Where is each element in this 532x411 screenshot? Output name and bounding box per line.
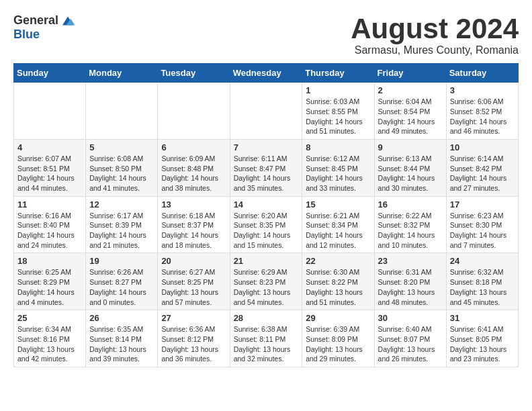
day-info: Sunrise: 6:08 AM Sunset: 8:50 PM Dayligh… [89, 154, 154, 193]
calendar-cell: 9Sunrise: 6:13 AM Sunset: 8:44 PM Daylig… [374, 139, 446, 196]
day-info: Sunrise: 6:25 AM Sunset: 8:29 PM Dayligh… [17, 267, 82, 307]
day-number: 15 [306, 199, 370, 210]
day-number: 29 [306, 313, 370, 323]
location-title: Sarmasu, Mures County, Romania [351, 44, 519, 56]
day-info: Sunrise: 6:39 AM Sunset: 8:09 PM Dayligh… [306, 324, 370, 364]
calendar-cell: 19Sunrise: 6:26 AM Sunset: 8:27 PM Dayli… [86, 253, 158, 310]
calendar-cell: 23Sunrise: 6:31 AM Sunset: 8:20 PM Dayli… [374, 253, 446, 310]
day-info: Sunrise: 6:14 AM Sunset: 8:42 PM Dayligh… [450, 154, 515, 193]
day-number: 13 [161, 199, 226, 210]
day-info: Sunrise: 6:30 AM Sunset: 8:22 PM Dayligh… [306, 267, 370, 307]
day-number: 12 [89, 199, 154, 210]
day-info: Sunrise: 6:36 AM Sunset: 8:12 PM Dayligh… [161, 324, 226, 364]
day-info: Sunrise: 6:03 AM Sunset: 8:55 PM Dayligh… [306, 97, 370, 136]
calendar-cell: 15Sunrise: 6:21 AM Sunset: 8:34 PM Dayli… [302, 196, 374, 253]
day-number: 21 [234, 256, 299, 266]
day-number: 6 [161, 142, 226, 152]
calendar-week-row: 18Sunrise: 6:25 AM Sunset: 8:29 PM Dayli… [14, 253, 519, 310]
day-info: Sunrise: 6:32 AM Sunset: 8:18 PM Dayligh… [450, 267, 515, 307]
calendar-cell: 22Sunrise: 6:30 AM Sunset: 8:22 PM Dayli… [302, 253, 374, 310]
calendar-week-row: 11Sunrise: 6:16 AM Sunset: 8:40 PM Dayli… [14, 196, 519, 253]
day-number: 7 [234, 142, 299, 152]
calendar-cell: 2Sunrise: 6:04 AM Sunset: 8:54 PM Daylig… [374, 83, 446, 140]
calendar-cell [230, 83, 302, 140]
calendar-cell: 13Sunrise: 6:18 AM Sunset: 8:37 PM Dayli… [158, 196, 230, 253]
day-info: Sunrise: 6:31 AM Sunset: 8:20 PM Dayligh… [378, 267, 443, 307]
calendar-cell: 18Sunrise: 6:25 AM Sunset: 8:29 PM Dayli… [14, 253, 86, 310]
calendar-cell: 25Sunrise: 6:34 AM Sunset: 8:16 PM Dayli… [14, 310, 86, 367]
day-info: Sunrise: 6:12 AM Sunset: 8:45 PM Dayligh… [306, 154, 370, 193]
weekday-header-cell: Saturday [446, 64, 518, 83]
calendar-cell: 3Sunrise: 6:06 AM Sunset: 8:52 PM Daylig… [446, 83, 518, 140]
day-number: 5 [89, 142, 154, 152]
day-number: 1 [306, 85, 370, 95]
calendar-cell: 7Sunrise: 6:11 AM Sunset: 8:47 PM Daylig… [230, 139, 302, 196]
day-info: Sunrise: 6:11 AM Sunset: 8:47 PM Dayligh… [234, 154, 299, 193]
day-number: 20 [161, 256, 226, 266]
day-number: 22 [306, 256, 370, 266]
calendar-cell: 27Sunrise: 6:36 AM Sunset: 8:12 PM Dayli… [158, 310, 230, 367]
title-area: August 2024 Sarmasu, Mures County, Roman… [351, 13, 519, 56]
calendar-cell: 5Sunrise: 6:08 AM Sunset: 8:50 PM Daylig… [86, 139, 158, 196]
weekday-header-cell: Monday [86, 64, 158, 83]
calendar-week-row: 1Sunrise: 6:03 AM Sunset: 8:55 PM Daylig… [14, 83, 519, 140]
day-number: 17 [450, 199, 515, 210]
day-info: Sunrise: 6:13 AM Sunset: 8:44 PM Dayligh… [378, 154, 443, 193]
calendar-cell: 14Sunrise: 6:20 AM Sunset: 8:35 PM Dayli… [230, 196, 302, 253]
day-number: 18 [17, 256, 82, 266]
day-info: Sunrise: 6:07 AM Sunset: 8:51 PM Dayligh… [17, 154, 82, 193]
day-number: 24 [450, 256, 515, 266]
month-title: August 2024 [351, 13, 519, 44]
day-number: 2 [378, 85, 443, 95]
calendar-cell: 20Sunrise: 6:27 AM Sunset: 8:25 PM Dayli… [158, 253, 230, 310]
weekday-header-cell: Wednesday [230, 64, 302, 83]
weekday-header-row: SundayMondayTuesdayWednesdayThursdayFrid… [14, 64, 519, 83]
weekday-header-cell: Sunday [14, 64, 86, 83]
calendar-table: SundayMondayTuesdayWednesdayThursdayFrid… [13, 63, 519, 367]
calendar-week-row: 25Sunrise: 6:34 AM Sunset: 8:16 PM Dayli… [14, 310, 519, 367]
calendar-cell: 30Sunrise: 6:40 AM Sunset: 8:07 PM Dayli… [374, 310, 446, 367]
day-number: 9 [378, 142, 443, 152]
day-number: 19 [89, 256, 154, 266]
day-info: Sunrise: 6:20 AM Sunset: 8:35 PM Dayligh… [234, 211, 299, 250]
day-number: 16 [378, 199, 443, 210]
weekday-header-cell: Thursday [302, 64, 374, 83]
day-number: 4 [17, 142, 82, 152]
day-number: 23 [378, 256, 443, 266]
day-info: Sunrise: 6:26 AM Sunset: 8:27 PM Dayligh… [89, 267, 154, 307]
calendar-cell: 16Sunrise: 6:22 AM Sunset: 8:32 PM Dayli… [374, 196, 446, 253]
day-number: 30 [378, 313, 443, 323]
day-info: Sunrise: 6:40 AM Sunset: 8:07 PM Dayligh… [378, 324, 443, 364]
calendar-cell: 4Sunrise: 6:07 AM Sunset: 8:51 PM Daylig… [14, 139, 86, 196]
calendar-cell: 31Sunrise: 6:41 AM Sunset: 8:05 PM Dayli… [446, 310, 518, 367]
calendar-cell: 24Sunrise: 6:32 AM Sunset: 8:18 PM Dayli… [446, 253, 518, 310]
calendar-cell: 26Sunrise: 6:35 AM Sunset: 8:14 PM Dayli… [86, 310, 158, 367]
day-number: 25 [17, 313, 82, 323]
weekday-header-cell: Tuesday [158, 64, 230, 83]
weekday-header-cell: Friday [374, 64, 446, 83]
calendar-cell: 8Sunrise: 6:12 AM Sunset: 8:45 PM Daylig… [302, 139, 374, 196]
day-number: 10 [450, 142, 515, 152]
day-info: Sunrise: 6:34 AM Sunset: 8:16 PM Dayligh… [17, 324, 82, 364]
day-info: Sunrise: 6:04 AM Sunset: 8:54 PM Dayligh… [378, 97, 443, 136]
calendar-cell: 6Sunrise: 6:09 AM Sunset: 8:48 PM Daylig… [158, 139, 230, 196]
day-info: Sunrise: 6:35 AM Sunset: 8:14 PM Dayligh… [89, 324, 154, 364]
day-info: Sunrise: 6:17 AM Sunset: 8:39 PM Dayligh… [89, 211, 154, 250]
day-number: 26 [89, 313, 154, 323]
calendar-cell: 10Sunrise: 6:14 AM Sunset: 8:42 PM Dayli… [446, 139, 518, 196]
calendar-cell [158, 83, 230, 140]
day-info: Sunrise: 6:21 AM Sunset: 8:34 PM Dayligh… [306, 211, 370, 250]
day-number: 31 [450, 313, 515, 323]
day-number: 8 [306, 142, 370, 152]
calendar-cell: 11Sunrise: 6:16 AM Sunset: 8:40 PM Dayli… [14, 196, 86, 253]
day-info: Sunrise: 6:41 AM Sunset: 8:05 PM Dayligh… [450, 324, 515, 364]
calendar-cell: 17Sunrise: 6:23 AM Sunset: 8:30 PM Dayli… [446, 196, 518, 253]
calendar-cell: 1Sunrise: 6:03 AM Sunset: 8:55 PM Daylig… [302, 83, 374, 140]
day-info: Sunrise: 6:22 AM Sunset: 8:32 PM Dayligh… [378, 211, 443, 250]
day-info: Sunrise: 6:18 AM Sunset: 8:37 PM Dayligh… [161, 211, 226, 250]
calendar-cell: 29Sunrise: 6:39 AM Sunset: 8:09 PM Dayli… [302, 310, 374, 367]
logo: General Blue [13, 13, 76, 42]
day-info: Sunrise: 6:16 AM Sunset: 8:40 PM Dayligh… [17, 211, 82, 250]
day-number: 28 [234, 313, 299, 323]
day-info: Sunrise: 6:29 AM Sunset: 8:23 PM Dayligh… [234, 267, 299, 307]
